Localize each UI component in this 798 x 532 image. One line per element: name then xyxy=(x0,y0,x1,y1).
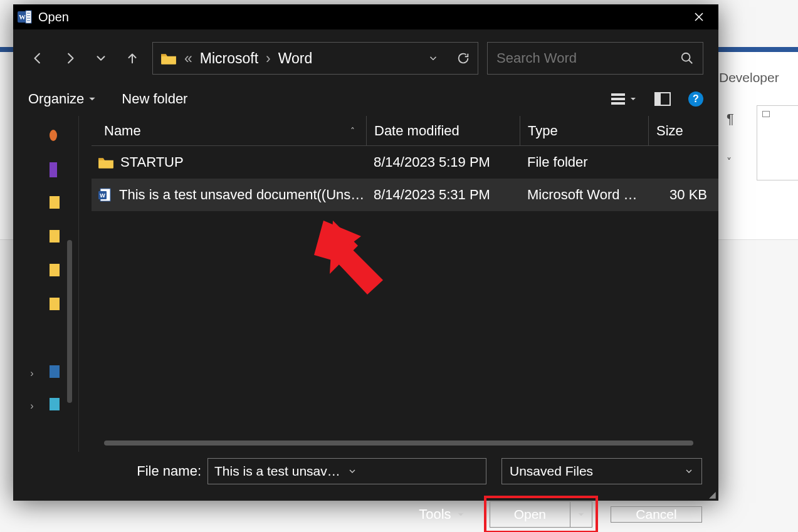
open-dialog: W Open « Microsoft › Word xyxy=(13,4,718,501)
breadcrumb-microsoft[interactable]: Microsoft xyxy=(200,50,258,67)
address-dropdown-button[interactable] xyxy=(428,53,439,64)
resize-grip-icon[interactable]: ◢ xyxy=(709,489,716,499)
open-split-button: Open xyxy=(490,501,592,528)
navigation-row: « Microsoft › Word xyxy=(13,29,718,87)
folder-icon xyxy=(160,51,177,65)
column-size[interactable]: Size xyxy=(648,116,718,145)
svg-point-7 xyxy=(682,53,690,61)
horizontal-scrollbar[interactable] xyxy=(104,441,693,446)
view-mode-button[interactable] xyxy=(611,92,637,106)
column-type[interactable]: Type xyxy=(520,116,648,145)
tree-item[interactable] xyxy=(50,365,62,380)
tree-item[interactable] xyxy=(50,128,62,143)
svg-rect-11 xyxy=(611,102,625,105)
tree-item[interactable] xyxy=(50,264,62,279)
word-doc-icon: W xyxy=(98,187,113,202)
pilcrow-icon[interactable]: ¶ xyxy=(727,111,734,127)
tree-item[interactable] xyxy=(50,230,62,245)
file-row-document[interactable]: W This is a test unsaved document((Uns… … xyxy=(92,179,718,211)
tree-expand-chevron[interactable]: › xyxy=(26,397,38,415)
breadcrumb-separator-icon: › xyxy=(265,50,272,67)
forward-button[interactable] xyxy=(58,47,81,70)
file-name-combobox[interactable]: This is a test unsaved document((Unsaved… xyxy=(207,458,486,484)
svg-line-8 xyxy=(689,60,693,64)
open-button-dropdown[interactable] xyxy=(570,501,592,528)
file-size: 30 KB xyxy=(648,187,718,203)
file-name: This is a test unsaved document((Uns… xyxy=(119,187,364,203)
address-bar[interactable]: « Microsoft › Word xyxy=(152,42,478,75)
close-button[interactable] xyxy=(685,4,713,29)
file-name-dropdown[interactable] xyxy=(347,466,480,476)
svg-rect-17 xyxy=(50,230,60,243)
navigation-tree[interactable]: › › xyxy=(13,116,79,452)
tree-scrollbar[interactable] xyxy=(67,240,72,403)
svg-rect-21 xyxy=(50,398,60,410)
organize-label: Organize xyxy=(28,91,84,107)
tree-expand-chevron[interactable]: › xyxy=(26,364,38,383)
svg-text:W: W xyxy=(19,13,26,21)
file-type-dropdown[interactable] xyxy=(684,466,694,476)
thumbnail-glyph xyxy=(762,111,770,117)
file-date: 8/14/2023 5:31 PM xyxy=(366,187,520,203)
breadcrumb-prefix: « xyxy=(183,50,194,67)
folder-icon xyxy=(98,155,114,169)
svg-rect-16 xyxy=(50,196,60,209)
up-button[interactable] xyxy=(121,47,144,70)
svg-rect-2 xyxy=(26,11,31,23)
file-row-folder[interactable]: STARTUP 8/14/2023 5:19 PM File folder xyxy=(92,146,718,179)
help-button[interactable]: ? xyxy=(688,91,703,107)
file-list-area: Name ˄ Date modified Type Size STARTUP 8… xyxy=(79,116,718,452)
svg-rect-15 xyxy=(50,162,57,177)
back-button[interactable] xyxy=(27,47,50,70)
column-headers: Name ˄ Date modified Type Size xyxy=(92,116,718,146)
file-name-value: This is a test unsaved document((Unsaved… xyxy=(214,464,347,479)
preview-pane-button[interactable] xyxy=(654,92,671,106)
tree-item[interactable] xyxy=(50,298,62,313)
column-date-modified[interactable]: Date modified xyxy=(366,116,520,145)
open-button[interactable]: Open xyxy=(490,501,570,528)
file-type-value: Unsaved Files xyxy=(510,464,593,479)
search-input[interactable] xyxy=(496,50,680,66)
ribbon-tab-developer[interactable]: Developer xyxy=(719,70,779,85)
search-box[interactable] xyxy=(487,42,703,75)
recent-locations-button[interactable] xyxy=(90,47,112,70)
file-type: Microsoft Word … xyxy=(520,187,648,203)
cancel-button[interactable]: Cancel xyxy=(611,506,702,523)
dialog-body: › › Name ˄ Date modified Type Size START… xyxy=(13,116,718,452)
file-name-label: File name: xyxy=(137,463,201,479)
svg-rect-13 xyxy=(655,93,661,105)
file-type: File folder xyxy=(520,154,648,170)
sort-ascending-icon: ˄ xyxy=(350,126,355,136)
svg-rect-18 xyxy=(50,264,60,276)
column-name-label: Name xyxy=(104,123,141,139)
svg-rect-20 xyxy=(50,365,60,378)
new-folder-button[interactable]: New folder xyxy=(122,91,187,107)
ribbon-chevron-down-icon[interactable]: ˅ xyxy=(727,156,732,168)
word-app-icon: W xyxy=(17,9,32,24)
svg-rect-19 xyxy=(50,298,60,310)
refresh-button[interactable] xyxy=(456,51,470,65)
chevron-down-icon xyxy=(456,510,465,519)
svg-rect-10 xyxy=(611,98,625,100)
toolbar: Organize New folder ? xyxy=(13,87,718,116)
breadcrumb-word[interactable]: Word xyxy=(278,50,313,67)
tools-label: Tools xyxy=(419,506,451,523)
dialog-footer: File name: This is a test unsaved docume… xyxy=(13,452,718,532)
organize-menu[interactable]: Organize xyxy=(28,91,97,107)
tree-item[interactable] xyxy=(50,196,62,211)
svg-text:W: W xyxy=(100,192,105,199)
file-name: STARTUP xyxy=(120,154,184,170)
tools-menu[interactable]: Tools xyxy=(419,506,465,523)
ribbon-gallery-thumbnail[interactable] xyxy=(757,105,798,180)
tree-item[interactable] xyxy=(50,162,62,177)
file-date: 8/14/2023 5:19 PM xyxy=(366,154,520,170)
svg-rect-9 xyxy=(611,93,625,96)
chevron-down-icon xyxy=(629,95,637,103)
dialog-titlebar: W Open xyxy=(13,4,718,29)
chevron-down-icon xyxy=(88,95,97,103)
column-name[interactable]: Name ˄ xyxy=(92,123,366,139)
tree-item[interactable] xyxy=(50,398,62,413)
file-type-combobox[interactable]: Unsaved Files xyxy=(501,458,702,484)
svg-point-14 xyxy=(50,130,57,141)
search-icon[interactable] xyxy=(680,51,694,65)
